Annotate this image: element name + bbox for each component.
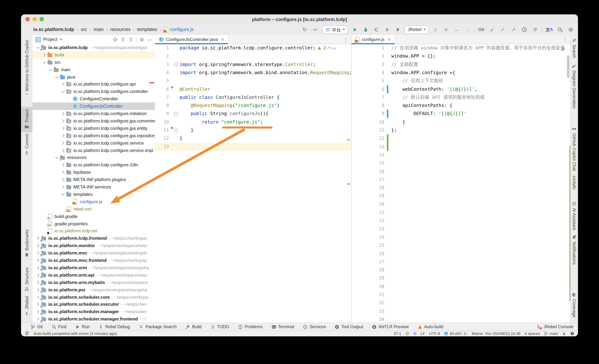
- tree-chevron-icon[interactable]: [54, 76, 59, 78]
- tree-item-io-sc-platform-lcdp[interactable]: io.sc.platform.lcdp- ~/wspsc/workspace/w…: [33, 44, 155, 51]
- tab-configurejscontroller-java[interactable]: C ConfigureJsController.java ✕: [155, 35, 228, 44]
- tree-item-io-sc-platform-lcdp-configure-jpa-converter[interactable]: io.sc.platform.lcdp.configure.jpa.conver…: [33, 117, 155, 125]
- collapse-all-icon[interactable]: [128, 37, 133, 42]
- toolwindow-button-auto-build[interactable]: Auto-build: [413, 323, 448, 331]
- tree-item-io-sc-platform-lcdp-configure-jpa-repository[interactable]: io.sc.platform.lcdp.configure.jpa.reposi…: [33, 132, 155, 139]
- run-config-combo[interactable]: 平台: [322, 25, 348, 34]
- tree-chevron-icon[interactable]: [61, 179, 65, 181]
- tree-chevron-icon[interactable]: [35, 289, 40, 291]
- prev-problem-icon[interactable]: [327, 47, 332, 51]
- tree-chevron-icon[interactable]: [61, 91, 65, 92]
- tree-item-io-sc-platform-poi[interactable]: io.sc.platform.poi- ~/wspsc/workspace/wa…: [33, 286, 155, 293]
- line-number[interactable]: 12: [156, 134, 169, 143]
- line-separator[interactable]: LF: [421, 331, 425, 336]
- line-number[interactable]: 15: [372, 159, 384, 167]
- tree-item-build[interactable]: build: [33, 51, 155, 59]
- line-number[interactable]: 13: [156, 143, 169, 151]
- tree-chevron-icon[interactable]: [61, 186, 65, 188]
- breadcrumb-item-configure-js[interactable]: JSconfigure.js: [164, 27, 194, 32]
- line-number[interactable]: 4: [156, 69, 169, 77]
- tree-chevron-icon[interactable]: [35, 252, 40, 254]
- tree-item-io-sc-platform-lcdp-frontend[interactable]: io.sc.platform.lcdp.frontend- ~/wspsc/wo…: [33, 235, 155, 242]
- tree-item-resources[interactable]: resources: [33, 154, 155, 161]
- tree-chevron-icon[interactable]: [35, 244, 40, 247]
- line-number[interactable]: 18: [372, 184, 384, 192]
- line-number[interactable]: 28: [372, 266, 384, 274]
- line-number[interactable]: 5: [372, 77, 384, 85]
- stop-button[interactable]: [442, 26, 450, 33]
- tree-item-build-gradle[interactable]: Gbuild.gradle: [33, 213, 155, 220]
- line-number[interactable]: 10: [156, 118, 169, 126]
- sidebar-item-zoolytic[interactable]: zoolytic: [570, 175, 578, 199]
- inspections-widget[interactable]: 2: [317, 44, 336, 52]
- tree-chevron-icon[interactable]: [35, 311, 40, 313]
- sidebar-item-ai-assistant[interactable]: @AI Assistant: [570, 201, 578, 234]
- line-number[interactable]: 1: [156, 44, 169, 52]
- tree-item-src[interactable]: src: [33, 59, 155, 66]
- line-number[interactable]: 12: [372, 134, 384, 143]
- line-number[interactable]: 11: [372, 126, 384, 134]
- git-commit-button[interactable]: ✓: [499, 26, 506, 33]
- line-number[interactable]: 7: [372, 93, 384, 102]
- git-branch[interactable]: main: [544, 331, 558, 336]
- sidebar-item-search[interactable]: Search: [570, 38, 578, 59]
- line-number[interactable]: 33: [372, 307, 384, 315]
- tree-chevron-icon[interactable]: [35, 296, 40, 298]
- tree-item-meta-inf-services[interactable]: META-INF.services: [33, 183, 155, 191]
- tree-item-main[interactable]: main: [33, 66, 155, 73]
- line-number[interactable]: 9: [372, 110, 384, 118]
- line-number[interactable]: 19: [372, 192, 384, 200]
- next-problem-icon[interactable]: [332, 45, 336, 50]
- tree-chevron-icon[interactable]: [61, 134, 65, 137]
- tree-item-io-sc-platform-orm-api[interactable]: io.sc.platform.orm.api- ~/wspsc/workspac…: [33, 271, 155, 279]
- tree-chevron-icon[interactable]: [48, 69, 53, 70]
- editor-options-kebab-icon[interactable]: ⋮: [563, 35, 567, 44]
- tree-chevron-icon[interactable]: [61, 194, 65, 195]
- hide-panel-icon[interactable]: —: [147, 37, 152, 42]
- tree-item-gradle-properties[interactable]: gradle.properties: [33, 220, 155, 227]
- sidebar-item-notifications[interactable]: Notifications: [570, 235, 578, 272]
- tab-configure-js[interactable]: JS configure.js ✕: [352, 35, 395, 44]
- rollback-icon[interactable]: ↩: [312, 26, 319, 33]
- google-icon[interactable]: G: [413, 331, 416, 336]
- status-message[interactable]: Auto build completed with errors (3 minu…: [34, 331, 117, 336]
- fold-icon[interactable]: −: [174, 63, 178, 66]
- line-number[interactable]: 8: [156, 101, 169, 110]
- line-number[interactable]: 21: [372, 208, 384, 217]
- line-number[interactable]: 34: [372, 315, 384, 323]
- run-coverage-button[interactable]: C: [372, 26, 380, 33]
- breadcrumb-item-templates[interactable]: templates: [137, 27, 157, 32]
- toolwindow-button-rebel-debug[interactable]: Rebel Debug: [94, 323, 134, 331]
- line-number[interactable]: 32: [372, 299, 384, 307]
- toolwindow-button-services[interactable]: Services: [299, 323, 330, 331]
- tree-item-io-sc-platform-lcdp-configure-service-impl[interactable]: io.sc.platform.lcdp.configure.service.im…: [33, 147, 155, 154]
- line-number[interactable]: 2: [372, 52, 384, 61]
- profiler-button[interactable]: [432, 26, 439, 33]
- toolwindow-button-jrebel-console[interactable]: JRebel Console: [534, 323, 576, 331]
- tree-chevron-icon[interactable]: [35, 318, 40, 320]
- run-button[interactable]: [351, 26, 359, 33]
- line-number[interactable]: 3: [156, 60, 169, 69]
- settings-button[interactable]: [567, 26, 574, 33]
- line-number[interactable]: 27: [372, 258, 384, 266]
- line-number[interactable]: 5: [156, 77, 169, 85]
- line-number[interactable]: 22: [372, 217, 384, 225]
- tree-chevron-icon[interactable]: [35, 274, 40, 276]
- tree-chevron-icon[interactable]: [35, 303, 40, 305]
- close-tab-icon[interactable]: ✕: [388, 37, 391, 42]
- git-blame[interactable]: Blame: You 2024/8/15 16:38: [472, 331, 521, 336]
- highlighting-level-icon[interactable]: [405, 331, 409, 336]
- sidebar-item-coverage[interactable]: Coverage: [570, 293, 578, 328]
- forward-button[interactable]: →: [464, 26, 471, 33]
- sidebar-item-welcome-to-github-copilot[interactable]: Welcome to GitHub Copilot: [21, 40, 33, 95]
- tree-item-meta-inf-platform-plugins[interactable]: META-INF.platform.plugins: [33, 176, 155, 183]
- tree-item-io-sc-platform-orm[interactable]: io.sc.platform.orm- ~/wspsc/workspace/wa…: [33, 264, 155, 271]
- jrebel-combo[interactable]: JRebel: [405, 25, 428, 34]
- tree-chevron-icon[interactable]: [35, 47, 40, 48]
- debug-button[interactable]: [362, 26, 369, 33]
- line-number[interactable]: 4: [372, 69, 384, 77]
- toolwindow-button-problems[interactable]: Problems: [234, 323, 267, 331]
- line-number[interactable]: 16: [372, 167, 384, 175]
- sidebar-item-commit[interactable]: Commit: [21, 134, 33, 157]
- breadcrumb-item-io-sc-platform-lcdp[interactable]: io.sc.platform.lcdp: [33, 27, 74, 32]
